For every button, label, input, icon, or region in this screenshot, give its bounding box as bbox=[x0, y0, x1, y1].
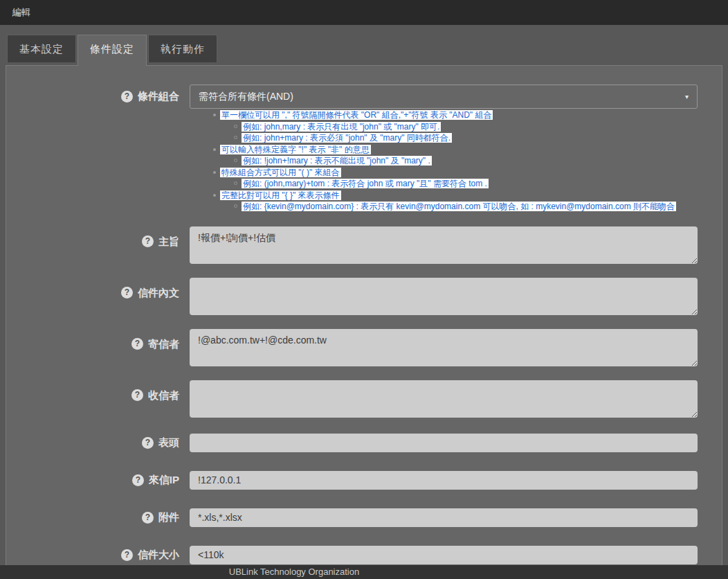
mail-header-input[interactable] bbox=[190, 434, 698, 452]
attachment-input[interactable] bbox=[190, 508, 698, 527]
help-icon[interactable]: ? bbox=[121, 549, 133, 561]
mail-body-label: 信件內文 bbox=[138, 287, 179, 300]
tab-execute-actions[interactable]: 執行動作 bbox=[148, 35, 217, 62]
help-icon[interactable]: ? bbox=[142, 437, 154, 449]
attachment-label: 附件 bbox=[158, 511, 179, 524]
footer-text: UBLink Technology Organization bbox=[0, 565, 588, 579]
help-icon[interactable]: ? bbox=[131, 389, 143, 401]
tab-bar: 基本設定 條件設定 執行動作 bbox=[7, 35, 728, 65]
help-icon[interactable]: ? bbox=[142, 512, 154, 524]
source-ip-label: 來信IP bbox=[149, 474, 179, 487]
mail-size-label: 信件大小 bbox=[138, 549, 179, 562]
help-line: 例如: !john+!mary : 表示不能出現 "john" 及 "mary"… bbox=[234, 155, 722, 167]
help-line: 單一欄位可以用 "," 符號隔開條件代表 "OR" 組合,"+"符號 表示 "A… bbox=[213, 109, 722, 121]
help-line: 例如: {kevin@mydomain.com} : 表示只有 kevin@my… bbox=[234, 201, 722, 213]
condition-combo-row: ? 條件組合 需符合所有條件(AND) ▾ bbox=[6, 84, 722, 109]
source-ip-row: ? 來信IP bbox=[6, 471, 722, 490]
recipient-textarea[interactable] bbox=[190, 380, 698, 418]
condition-settings-panel: ? 條件組合 需符合所有條件(AND) ▾ 單一欄位可以用 "," 符號隔開條件… bbox=[6, 65, 722, 565]
sender-row: ? 寄信者 !@abc.com.tw+!@cde.com.tw bbox=[6, 329, 722, 366]
page-title: 編輯 bbox=[12, 7, 30, 17]
help-line: 例如: john,mary : 表示只有出現 "john" 或 "mary" 即… bbox=[234, 121, 722, 133]
help-line: 完整比對可以用 "{ }" 來表示條件 bbox=[213, 190, 722, 202]
recipient-row: ? 收信者 bbox=[6, 380, 722, 418]
footer-bar: UBLink Technology Organization bbox=[0, 565, 728, 579]
sender-label: 寄信者 bbox=[148, 338, 179, 351]
mail-header-label: 表頭 bbox=[158, 436, 179, 449]
mail-header-row: ? 表頭 bbox=[6, 434, 722, 452]
help-icon[interactable]: ? bbox=[142, 235, 154, 247]
condition-combo-select[interactable]: 需符合所有條件(AND) ▾ bbox=[190, 84, 698, 109]
subject-row: ? 主旨 !報價+!詢價+!估價 bbox=[6, 226, 722, 264]
condition-combo-label: 條件組合 bbox=[138, 90, 179, 103]
tab-condition-settings[interactable]: 條件設定 bbox=[78, 35, 147, 66]
window-titlebar: 編輯 bbox=[0, 0, 728, 25]
source-ip-input[interactable] bbox=[190, 471, 698, 490]
help-icon[interactable]: ? bbox=[132, 474, 144, 486]
subject-label: 主旨 bbox=[158, 235, 179, 249]
help-line: 可以輸入特殊定義字 "!" 表示 "非" 的意思 bbox=[213, 144, 722, 156]
attachment-row: ? 附件 bbox=[6, 508, 722, 527]
help-line: 例如: (john,mary)+tom : 表示符合 john 或 mary "… bbox=[234, 178, 722, 190]
mail-size-row: ? 信件大小 bbox=[6, 546, 722, 564]
help-icon[interactable]: ? bbox=[131, 338, 143, 350]
help-icon[interactable]: ? bbox=[121, 91, 133, 103]
tab-basic-settings[interactable]: 基本設定 bbox=[7, 35, 76, 62]
sender-textarea[interactable]: !@abc.com.tw+!@cde.com.tw bbox=[190, 329, 698, 366]
mail-body-textarea[interactable] bbox=[190, 278, 698, 315]
recipient-label: 收信者 bbox=[148, 389, 179, 402]
subject-textarea[interactable]: !報價+!詢價+!估價 bbox=[190, 226, 698, 264]
mail-size-input[interactable] bbox=[190, 546, 698, 564]
condition-combo-value: 需符合所有條件(AND) bbox=[199, 91, 293, 103]
mail-body-row: ? 信件內文 bbox=[6, 278, 722, 315]
help-line: 例如: john+mary : 表示必須 "john" 及 "mary" 同時都… bbox=[234, 132, 722, 144]
chevron-down-icon: ▾ bbox=[685, 93, 689, 100]
help-block: 單一欄位可以用 "," 符號隔開條件代表 "OR" 組合,"+"符號 表示 "A… bbox=[213, 109, 722, 213]
help-line: 特殊組合方式可以用 "( )" 來組合 bbox=[213, 167, 722, 179]
help-icon[interactable]: ? bbox=[121, 287, 133, 299]
